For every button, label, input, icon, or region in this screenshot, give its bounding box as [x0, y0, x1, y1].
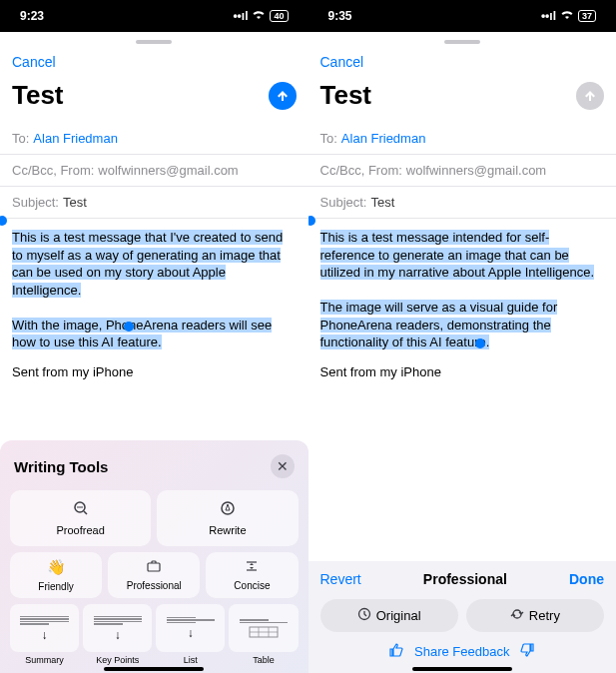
to-field[interactable]: To: Alan Friedman: [308, 123, 617, 155]
rewrite-label: Rewrite: [209, 524, 246, 536]
table-button[interactable]: Table: [229, 604, 298, 665]
selection-handle-end[interactable]: [475, 338, 485, 348]
to-value: Alan Friedman: [33, 131, 118, 146]
clock-icon: [357, 607, 371, 624]
thumbs-down-icon: [519, 642, 535, 658]
sheet-grabber[interactable]: [136, 40, 172, 44]
to-label: To:: [320, 131, 337, 146]
revert-button[interactable]: Revert: [320, 571, 361, 587]
retry-button[interactable]: Retry: [466, 599, 604, 632]
svg-rect-4: [148, 563, 160, 571]
original-button[interactable]: Original: [320, 599, 458, 632]
to-label: To:: [12, 131, 29, 146]
table-icon: [249, 626, 279, 638]
send-button[interactable]: [269, 82, 297, 110]
result-mode-label: Professional: [423, 571, 507, 587]
compose-title: Test: [320, 80, 372, 111]
home-indicator[interactable]: [412, 667, 512, 671]
sheet: Cancel Test: [308, 32, 617, 123]
rewrite-button[interactable]: Rewrite: [157, 490, 298, 546]
selected-paragraph-2[interactable]: With the image, PhoneArena readers will …: [12, 318, 272, 350]
compress-icon: [245, 558, 259, 575]
proofread-label: Proofread: [56, 524, 104, 536]
battery-icon: 40: [270, 10, 288, 22]
writing-tools-title: Writing Tools: [14, 458, 108, 475]
retry-label: Retry: [529, 608, 560, 623]
list-button[interactable]: ↓ List: [156, 604, 225, 665]
result-panel: Revert Professional Done Original Retry: [308, 561, 617, 673]
status-bar: 9:23 ••ıl 40: [0, 0, 308, 32]
wifi-icon: [560, 9, 574, 23]
selected-paragraph-1[interactable]: This is a test message that I've created…: [12, 230, 283, 298]
proofread-button[interactable]: Proofread: [10, 490, 151, 546]
svg-line-1: [84, 511, 87, 514]
status-right: ••ıl 37: [541, 9, 596, 23]
selection-handle-start[interactable]: [308, 216, 315, 226]
subject-value: Test: [63, 195, 87, 210]
selected-paragraph-1[interactable]: This is a test message intended for self…: [320, 230, 595, 280]
selected-paragraph-2[interactable]: The image will serve as a visual guide f…: [320, 300, 558, 349]
arrow-down-icon: ↓: [188, 626, 194, 640]
cc-field[interactable]: Cc/Bcc, From: wolfwinners@gmail.com: [0, 155, 308, 187]
share-feedback-button[interactable]: Share Feedback: [414, 644, 509, 659]
subject-label: Subject:: [12, 195, 59, 210]
keypoints-label: Key Points: [96, 655, 139, 665]
cc-field[interactable]: Cc/Bcc, From: wolfwinners@gmail.com: [308, 155, 617, 187]
concise-button[interactable]: Concise: [206, 552, 298, 598]
wave-icon: 👋: [47, 558, 66, 576]
signature: Sent from my iPhone: [12, 363, 297, 381]
done-button[interactable]: Done: [569, 571, 604, 587]
subject-label: Subject:: [320, 195, 367, 210]
cc-value: wolfwinners@gmail.com: [98, 163, 238, 178]
arrow-down-icon: ↓: [115, 628, 121, 642]
subject-field[interactable]: Subject: Test: [308, 187, 617, 219]
briefcase-icon: [147, 558, 161, 575]
phone-left: 9:23 ••ıl 40 Cancel Test To: Alan Friedm…: [0, 0, 308, 673]
send-button[interactable]: [576, 82, 604, 110]
compose-title: Test: [12, 80, 64, 111]
cc-label: Cc/Bcc, From:: [12, 163, 94, 178]
cc-value: wolfwinners@gmail.com: [406, 163, 546, 178]
selection-handle-end[interactable]: [124, 322, 134, 332]
phone-right: 9:35 ••ıl 37 Cancel Test To: Alan Friedm…: [308, 0, 617, 673]
table-label: Table: [253, 655, 275, 665]
friendly-label: Friendly: [38, 581, 74, 592]
arrow-down-icon: ↓: [42, 628, 48, 642]
original-label: Original: [376, 608, 421, 623]
selection-handle-start[interactable]: [0, 216, 7, 226]
sheet-grabber[interactable]: [444, 40, 480, 44]
arrow-up-icon: [276, 89, 290, 103]
keypoints-button[interactable]: ↓ Key Points: [83, 604, 152, 665]
concise-label: Concise: [234, 580, 270, 591]
summary-button[interactable]: ↓ Summary: [10, 604, 79, 665]
professional-button[interactable]: Professional: [108, 552, 200, 598]
subject-field[interactable]: Subject: Test: [0, 187, 308, 219]
status-time: 9:23: [20, 9, 44, 23]
thumbs-down-button[interactable]: [519, 642, 535, 661]
cancel-button[interactable]: Cancel: [320, 54, 364, 70]
wifi-icon: [252, 9, 266, 23]
friendly-button[interactable]: 👋 Friendly: [10, 552, 102, 598]
close-icon: ✕: [277, 458, 289, 474]
thumbs-up-icon: [388, 642, 404, 658]
refresh-icon: [510, 607, 524, 624]
to-value: Alan Friedman: [341, 131, 426, 146]
signal-icon: ••ıl: [233, 9, 248, 23]
professional-label: Professional: [127, 580, 182, 591]
cancel-button[interactable]: Cancel: [12, 54, 56, 70]
compose-body[interactable]: This is a test message that I've created…: [0, 219, 308, 386]
magnify-icon: [73, 500, 89, 519]
to-field[interactable]: To: Alan Friedman: [0, 123, 308, 155]
status-time: 9:35: [328, 9, 352, 23]
compose-body[interactable]: This is a test message intended for self…: [308, 219, 617, 386]
status-bar: 9:35 ••ıl 37: [308, 0, 617, 32]
close-button[interactable]: ✕: [271, 454, 295, 478]
status-right: ••ıl 40: [233, 9, 288, 23]
home-indicator[interactable]: [104, 667, 204, 671]
thumbs-up-button[interactable]: [388, 642, 404, 661]
compass-icon: [220, 500, 236, 519]
summary-label: Summary: [25, 655, 64, 665]
arrow-up-icon: [583, 89, 597, 103]
subject-value: Test: [370, 195, 394, 210]
cc-label: Cc/Bcc, From:: [320, 163, 402, 178]
